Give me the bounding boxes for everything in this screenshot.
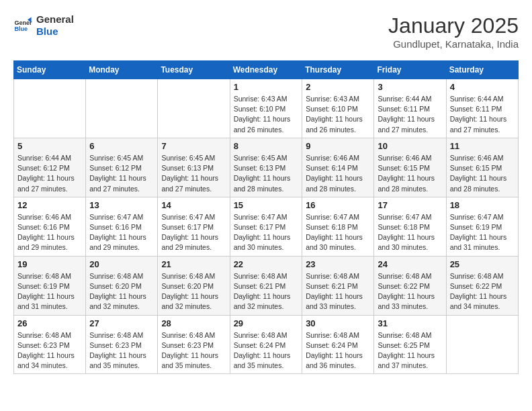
calendar-table: SundayMondayTuesdayWednesdayThursdayFrid…	[13, 60, 519, 374]
day-info: Sunrise: 6:43 AM Sunset: 6:10 PM Dayligh…	[234, 94, 299, 135]
day-number: 13	[89, 200, 154, 210]
calendar-cell	[446, 315, 518, 374]
calendar-header: SundayMondayTuesdayWednesdayThursdayFrid…	[14, 61, 519, 79]
day-info: Sunrise: 6:47 AM Sunset: 6:18 PM Dayligh…	[306, 212, 370, 253]
day-number: 31	[378, 318, 442, 328]
day-number: 23	[306, 259, 370, 269]
calendar-cell	[158, 79, 230, 138]
day-info: Sunrise: 6:47 AM Sunset: 6:16 PM Dayligh…	[89, 212, 154, 253]
day-info: Sunrise: 6:48 AM Sunset: 6:19 PM Dayligh…	[17, 271, 82, 312]
day-info: Sunrise: 6:45 AM Sunset: 6:12 PM Dayligh…	[89, 153, 154, 194]
calendar-cell: 12Sunrise: 6:46 AM Sunset: 6:16 PM Dayli…	[14, 197, 86, 256]
day-info: Sunrise: 6:48 AM Sunset: 6:25 PM Dayligh…	[378, 330, 442, 371]
calendar-cell: 5Sunrise: 6:44 AM Sunset: 6:12 PM Daylig…	[14, 138, 86, 197]
day-number: 7	[161, 141, 226, 151]
header-sunday: Sunday	[14, 61, 86, 79]
calendar-cell: 11Sunrise: 6:46 AM Sunset: 6:15 PM Dayli…	[446, 138, 518, 197]
calendar-cell: 25Sunrise: 6:48 AM Sunset: 6:22 PM Dayli…	[446, 256, 518, 315]
calendar-cell: 22Sunrise: 6:48 AM Sunset: 6:21 PM Dayli…	[230, 256, 302, 315]
day-info: Sunrise: 6:48 AM Sunset: 6:21 PM Dayligh…	[306, 271, 370, 312]
calendar-body: 1Sunrise: 6:43 AM Sunset: 6:10 PM Daylig…	[14, 79, 519, 374]
calendar-cell: 28Sunrise: 6:48 AM Sunset: 6:23 PM Dayli…	[158, 315, 230, 374]
logo: General Blue General Blue	[13, 13, 74, 38]
day-info: Sunrise: 6:45 AM Sunset: 6:13 PM Dayligh…	[234, 153, 299, 194]
calendar-cell: 10Sunrise: 6:46 AM Sunset: 6:15 PM Dayli…	[374, 138, 446, 197]
header-wednesday: Wednesday	[230, 61, 302, 79]
day-info: Sunrise: 6:48 AM Sunset: 6:20 PM Dayligh…	[161, 271, 226, 312]
day-number: 14	[161, 200, 226, 210]
day-number: 30	[306, 318, 370, 328]
day-info: Sunrise: 6:47 AM Sunset: 6:17 PM Dayligh…	[161, 212, 226, 253]
day-number: 6	[89, 141, 154, 151]
page-header: General Blue General Blue January 2025 G…	[13, 13, 519, 50]
day-info: Sunrise: 6:47 AM Sunset: 6:17 PM Dayligh…	[234, 212, 299, 253]
calendar-cell: 16Sunrise: 6:47 AM Sunset: 6:18 PM Dayli…	[302, 197, 374, 256]
calendar-cell: 17Sunrise: 6:47 AM Sunset: 6:18 PM Dayli…	[374, 197, 446, 256]
calendar-cell: 9Sunrise: 6:46 AM Sunset: 6:14 PM Daylig…	[302, 138, 374, 197]
header-saturday: Saturday	[446, 61, 518, 79]
day-number: 8	[234, 141, 299, 151]
header-row: SundayMondayTuesdayWednesdayThursdayFrid…	[14, 61, 519, 79]
week-row-1: 1Sunrise: 6:43 AM Sunset: 6:10 PM Daylig…	[14, 79, 519, 138]
day-number: 4	[450, 82, 515, 92]
day-info: Sunrise: 6:47 AM Sunset: 6:19 PM Dayligh…	[450, 212, 515, 253]
day-number: 1	[234, 82, 299, 92]
day-number: 26	[17, 318, 82, 328]
svg-text:Blue: Blue	[14, 26, 28, 32]
day-info: Sunrise: 6:47 AM Sunset: 6:18 PM Dayligh…	[378, 212, 442, 253]
day-number: 16	[306, 200, 370, 210]
day-info: Sunrise: 6:46 AM Sunset: 6:15 PM Dayligh…	[378, 153, 442, 194]
day-number: 2	[306, 82, 370, 92]
day-info: Sunrise: 6:43 AM Sunset: 6:10 PM Dayligh…	[306, 94, 370, 135]
day-number: 27	[89, 318, 154, 328]
week-row-2: 5Sunrise: 6:44 AM Sunset: 6:12 PM Daylig…	[14, 138, 519, 197]
header-monday: Monday	[86, 61, 158, 79]
calendar-cell: 18Sunrise: 6:47 AM Sunset: 6:19 PM Dayli…	[446, 197, 518, 256]
logo-icon: General Blue	[13, 16, 32, 35]
calendar-cell	[14, 79, 86, 138]
day-info: Sunrise: 6:46 AM Sunset: 6:15 PM Dayligh…	[450, 153, 515, 194]
calendar-cell: 15Sunrise: 6:47 AM Sunset: 6:17 PM Dayli…	[230, 197, 302, 256]
calendar-cell: 8Sunrise: 6:45 AM Sunset: 6:13 PM Daylig…	[230, 138, 302, 197]
day-number: 17	[378, 200, 442, 210]
day-info: Sunrise: 6:44 AM Sunset: 6:11 PM Dayligh…	[378, 94, 442, 135]
calendar-cell: 14Sunrise: 6:47 AM Sunset: 6:17 PM Dayli…	[158, 197, 230, 256]
calendar-cell: 21Sunrise: 6:48 AM Sunset: 6:20 PM Dayli…	[158, 256, 230, 315]
title-block: January 2025 Gundlupet, Karnataka, India	[388, 13, 519, 50]
day-number: 12	[17, 200, 82, 210]
calendar-cell: 30Sunrise: 6:48 AM Sunset: 6:24 PM Dayli…	[302, 315, 374, 374]
calendar-cell: 1Sunrise: 6:43 AM Sunset: 6:10 PM Daylig…	[230, 79, 302, 138]
day-info: Sunrise: 6:46 AM Sunset: 6:14 PM Dayligh…	[306, 153, 370, 194]
calendar-cell: 29Sunrise: 6:48 AM Sunset: 6:24 PM Dayli…	[230, 315, 302, 374]
calendar-cell: 13Sunrise: 6:47 AM Sunset: 6:16 PM Dayli…	[86, 197, 158, 256]
day-number: 20	[89, 259, 154, 269]
day-number: 24	[378, 259, 442, 269]
calendar-cell: 27Sunrise: 6:48 AM Sunset: 6:23 PM Dayli…	[86, 315, 158, 374]
day-number: 25	[450, 259, 515, 269]
calendar-cell	[86, 79, 158, 138]
day-info: Sunrise: 6:48 AM Sunset: 6:24 PM Dayligh…	[306, 330, 370, 371]
day-info: Sunrise: 6:48 AM Sunset: 6:23 PM Dayligh…	[17, 330, 82, 371]
day-number: 9	[306, 141, 370, 151]
calendar-cell: 19Sunrise: 6:48 AM Sunset: 6:19 PM Dayli…	[14, 256, 86, 315]
calendar-cell: 7Sunrise: 6:45 AM Sunset: 6:13 PM Daylig…	[158, 138, 230, 197]
day-number: 28	[161, 318, 226, 328]
day-info: Sunrise: 6:48 AM Sunset: 6:22 PM Dayligh…	[450, 271, 515, 312]
day-number: 15	[234, 200, 299, 210]
day-info: Sunrise: 6:48 AM Sunset: 6:20 PM Dayligh…	[89, 271, 154, 312]
day-number: 19	[17, 259, 82, 269]
day-info: Sunrise: 6:48 AM Sunset: 6:21 PM Dayligh…	[234, 271, 299, 312]
day-info: Sunrise: 6:44 AM Sunset: 6:12 PM Dayligh…	[17, 153, 82, 194]
week-row-3: 12Sunrise: 6:46 AM Sunset: 6:16 PM Dayli…	[14, 197, 519, 256]
day-info: Sunrise: 6:45 AM Sunset: 6:13 PM Dayligh…	[161, 153, 226, 194]
day-number: 29	[234, 318, 299, 328]
header-tuesday: Tuesday	[158, 61, 230, 79]
calendar-cell: 24Sunrise: 6:48 AM Sunset: 6:22 PM Dayli…	[374, 256, 446, 315]
day-number: 5	[17, 141, 82, 151]
calendar-cell: 2Sunrise: 6:43 AM Sunset: 6:10 PM Daylig…	[302, 79, 374, 138]
month-title: January 2025	[388, 13, 519, 38]
week-row-5: 26Sunrise: 6:48 AM Sunset: 6:23 PM Dayli…	[14, 315, 519, 374]
location-subtitle: Gundlupet, Karnataka, India	[388, 38, 519, 50]
header-friday: Friday	[374, 61, 446, 79]
calendar-cell: 23Sunrise: 6:48 AM Sunset: 6:21 PM Dayli…	[302, 256, 374, 315]
